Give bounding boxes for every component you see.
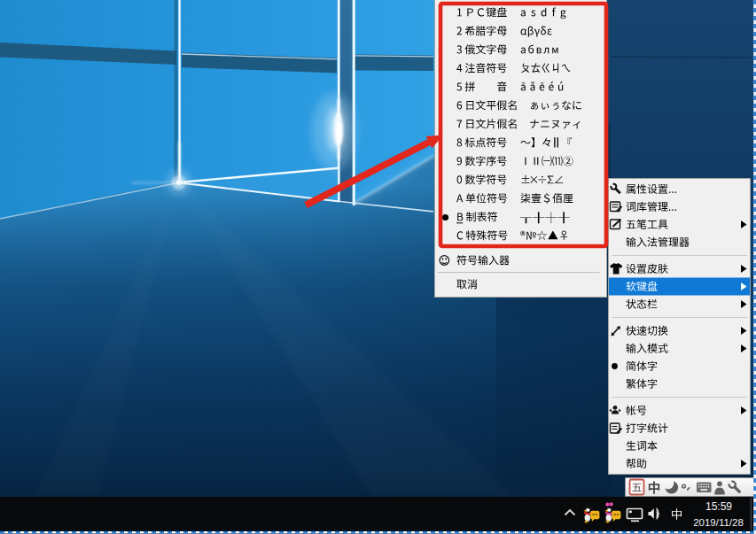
svg-text:2019/11/28: 2019/11/28	[693, 517, 744, 528]
svg-text:15:59: 15:59	[705, 500, 732, 513]
